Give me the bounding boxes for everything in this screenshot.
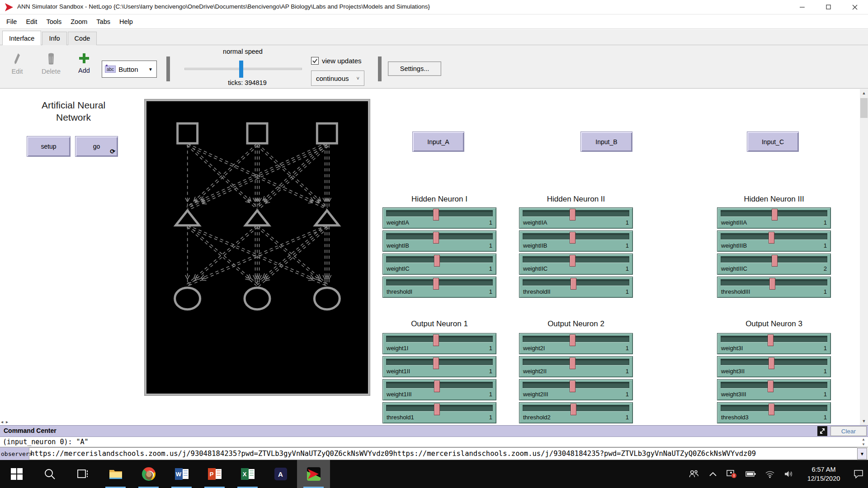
menu-help[interactable]: Help	[115, 15, 137, 28]
menu-tools[interactable]: Tools	[42, 15, 66, 28]
people-icon[interactable]	[684, 460, 703, 488]
slider-track[interactable]	[386, 336, 493, 343]
taskbar-clock[interactable]: 6:57 AM 12/15/2020	[798, 465, 849, 483]
threshold3-slider[interactable]: threshold31	[717, 402, 831, 423]
minimize-button[interactable]	[789, 0, 816, 14]
start-taskbar-button[interactable]	[0, 460, 33, 488]
weightIIC-slider[interactable]: weightIIC1	[519, 253, 633, 275]
slider-name: weightIIC	[523, 265, 547, 272]
scroll-down-icon[interactable]: ▼	[860, 417, 868, 425]
plus-icon	[78, 52, 90, 64]
tab-interface[interactable]: Interface	[2, 31, 41, 45]
output-scroll-arrows[interactable]: ▲▼	[860, 437, 867, 447]
input_a-button[interactable]: Input_A	[412, 131, 464, 152]
weightIA-slider[interactable]: weightIA1	[382, 207, 496, 229]
menu-edit[interactable]: Edit	[21, 15, 42, 28]
weight3II-slider[interactable]: weight3II1	[717, 356, 831, 377]
excel-taskbar-button[interactable]: X	[231, 460, 264, 488]
thresholdI-slider[interactable]: thresholdI1	[382, 277, 496, 298]
word-taskbar-button[interactable]: W	[165, 460, 198, 488]
input_c-button[interactable]: Input_C	[747, 131, 799, 152]
slider-track[interactable]	[386, 233, 493, 240]
weight2I-slider[interactable]: weight2I1	[519, 333, 633, 354]
input-node-square	[247, 123, 267, 143]
weight3I-slider[interactable]: weight3I1	[717, 333, 831, 354]
slider-track[interactable]	[721, 382, 827, 389]
slider-track[interactable]	[523, 233, 629, 240]
battery-icon[interactable]	[741, 460, 760, 488]
acrobat-icon: A	[274, 468, 287, 480]
close-button[interactable]	[842, 0, 868, 14]
command-center-input-row: observer> https://mercerislandschools.zo…	[0, 447, 868, 460]
weight3III-slider[interactable]: weight3III1	[717, 379, 831, 400]
thresholdIII-slider[interactable]: thresholdIII1	[717, 277, 831, 298]
tab-code[interactable]: Code	[68, 32, 97, 45]
tab-info[interactable]: Info	[42, 32, 66, 45]
menu-zoom[interactable]: Zoom	[66, 15, 92, 28]
clear-button[interactable]: Clear	[830, 426, 867, 436]
weight2III-slider[interactable]: weight2III1	[519, 379, 633, 400]
scrollbar-thumb[interactable]	[860, 98, 868, 118]
vertical-scrollbar[interactable]: ▲ ▼	[860, 89, 868, 425]
slider-group: weight1I1weight1II1weight1III1threshold1…	[382, 333, 496, 425]
weightIIIA-slider[interactable]: weightIIIA1	[717, 207, 831, 229]
weight1I-slider[interactable]: weight1I1	[382, 333, 496, 354]
action-center-icon[interactable]	[849, 460, 868, 488]
update-mode-dropdown[interactable]: continuous ˅	[311, 70, 364, 86]
task-view-taskbar-button[interactable]	[66, 460, 99, 488]
command-input[interactable]: https://mercerislandschools.zoom.us/j/93…	[29, 447, 857, 460]
slider-track[interactable]	[523, 336, 629, 343]
add-tool-button[interactable]: Add	[74, 52, 94, 74]
acrobat-taskbar-button[interactable]: A	[264, 460, 297, 488]
slider-track[interactable]	[523, 382, 629, 389]
slider-track[interactable]	[386, 359, 493, 366]
delete-tool-button[interactable]: Delete	[40, 52, 62, 75]
menu-tabs[interactable]: Tabs	[92, 15, 115, 28]
menu-file[interactable]: File	[2, 15, 21, 28]
scroll-up-icon[interactable]: ▲	[860, 89, 868, 97]
maximize-button[interactable]	[816, 0, 842, 14]
edit-tool-button[interactable]: Edit	[7, 52, 27, 75]
weightIIB-slider[interactable]: weightIIB1	[519, 230, 633, 252]
powerpoint-taskbar-button[interactable]: P	[198, 460, 231, 488]
slider-track[interactable]	[523, 256, 629, 263]
setup-button[interactable]: setup	[27, 136, 71, 157]
netlogo-taskbar-button[interactable]	[297, 460, 330, 488]
hidden-icons-chevron-icon[interactable]	[703, 460, 722, 488]
settings-button[interactable]: Settings...	[388, 61, 441, 76]
slider-track[interactable]	[721, 336, 827, 343]
view-updates-checkbox[interactable]: view updates	[311, 57, 362, 65]
chrome-taskbar-button[interactable]	[132, 460, 165, 488]
volume-icon[interactable]	[779, 460, 798, 488]
slider-value: 1	[824, 391, 827, 398]
weightIB-slider[interactable]: weightIB1	[382, 230, 496, 252]
slider-name: threshold3	[721, 414, 749, 421]
slider-track[interactable]	[386, 210, 493, 217]
slider-track[interactable]	[523, 210, 629, 217]
weightIIA-slider[interactable]: weightIIA1	[519, 207, 633, 229]
wifi-icon[interactable]	[760, 460, 779, 488]
weightIIIC-slider[interactable]: weightIIIC2	[717, 253, 831, 275]
weightIC-slider[interactable]: weightIC1	[382, 253, 496, 275]
weight1III-slider[interactable]: weight1III1	[382, 379, 496, 400]
world-view[interactable]	[145, 99, 370, 395]
thresholdII-slider[interactable]: thresholdII1	[519, 277, 633, 298]
expand-command-center-button[interactable]	[817, 426, 827, 436]
horizontal-scroll-arrows[interactable]: ◂▸	[1, 419, 11, 424]
history-dropdown-button[interactable]: ▼	[857, 448, 867, 460]
go-button[interactable]: go⟳	[75, 136, 118, 157]
search-taskbar-button[interactable]	[33, 460, 66, 488]
speed-slider[interactable]	[184, 68, 302, 70]
speed-slider-handle[interactable]	[239, 61, 243, 78]
weight1II-slider[interactable]: weight1II1	[382, 356, 496, 377]
notification-badge-icon[interactable]	[722, 460, 741, 488]
file-explorer-taskbar-button[interactable]	[99, 460, 132, 488]
slider-track[interactable]	[386, 279, 493, 286]
widget-type-dropdown[interactable]: abc Button ▼	[102, 61, 157, 78]
weight2II-slider[interactable]: weight2II1	[519, 356, 633, 377]
weightIIIB-slider[interactable]: weightIIIB1	[717, 230, 831, 252]
input_b-button[interactable]: Input_B	[580, 131, 632, 152]
threshold2-slider[interactable]: threshold21	[519, 402, 633, 423]
slider-track[interactable]	[523, 359, 629, 366]
threshold1-slider[interactable]: threshold11	[382, 402, 496, 423]
